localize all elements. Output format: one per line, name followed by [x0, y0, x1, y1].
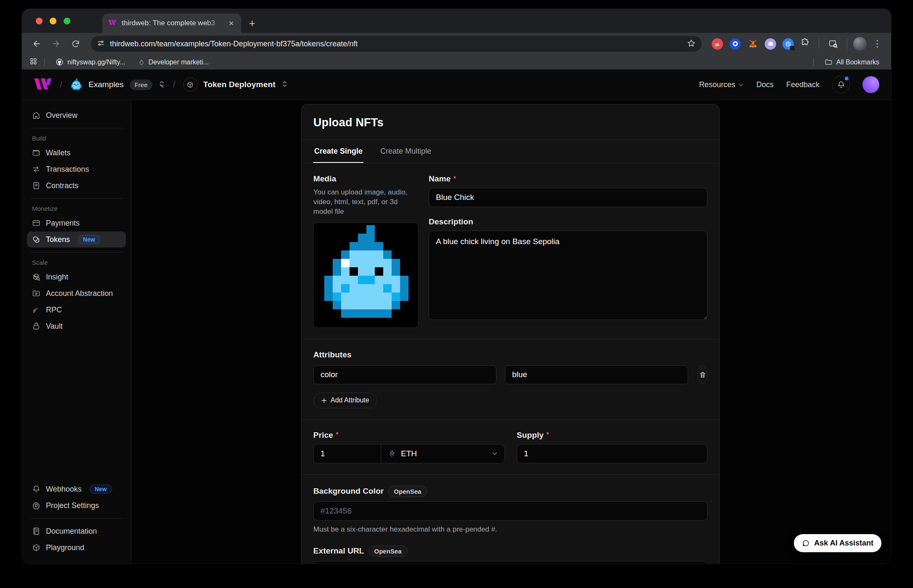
user-avatar[interactable] — [862, 76, 879, 93]
sidebar-item-label: Webhooks — [46, 485, 82, 494]
breadcrumb-separator: / — [173, 79, 175, 90]
docs-link[interactable]: Docs — [756, 80, 774, 89]
all-bookmarks-label: All Bookmarks — [836, 59, 879, 66]
bell-icon — [837, 81, 845, 89]
bookmark-item-niftyswap[interactable]: niftyswap.gg/Nifty... — [51, 57, 130, 67]
notifications-button[interactable] — [832, 76, 850, 93]
sidebar-item-transactions[interactable]: Transactions — [27, 161, 126, 177]
ask-ai-assistant-button[interactable]: Ask AI Assistant — [794, 534, 881, 552]
bookmark-label: Developer marketi... — [149, 59, 209, 66]
currency-select[interactable]: ETH — [381, 444, 505, 463]
description-textarea[interactable]: A blue chick living on Base Sepolia — [429, 231, 707, 320]
plan-badge: Free — [130, 80, 153, 90]
bookmarks-divider — [813, 59, 814, 66]
browser-profile-avatar[interactable] — [853, 37, 867, 51]
sidebar-item-tokens[interactable]: Tokens New — [27, 231, 126, 247]
bookmark-favicon — [138, 59, 145, 66]
name-label: Name — [429, 174, 451, 184]
project-name[interactable]: Token Deployment — [203, 80, 276, 89]
opensea-section: Background Color OpenSea Must be a six-c… — [302, 474, 719, 564]
webhooks-bell-icon — [32, 485, 40, 493]
bookmark-item-developer[interactable]: Developer marketi... — [134, 57, 213, 67]
url-text[interactable]: thirdweb.com/team/examples/Token-Deploym… — [110, 40, 682, 48]
traffic-light-maximize[interactable] — [64, 18, 70, 24]
price-input[interactable] — [314, 444, 381, 463]
nft-image-preview[interactable] — [313, 223, 419, 328]
tokens-icon — [32, 235, 40, 244]
sidebar-item-wallets[interactable]: Wallets — [27, 145, 126, 161]
sidebar-item-account-abstraction[interactable]: Account Abstraction — [27, 285, 126, 301]
sidebar-item-playground[interactable]: Playground — [27, 540, 126, 556]
upload-nfts-card: Upload NFTs Create Single Create Multipl… — [301, 104, 720, 564]
required-asterisk: * — [336, 431, 339, 439]
supply-input[interactable] — [517, 444, 707, 463]
sidebar-item-label: Project Settings — [46, 501, 99, 510]
extension-icon-blue-ring[interactable] — [729, 38, 741, 50]
browser-forward-icon[interactable] — [48, 36, 64, 52]
bookmarks-bar: niftyswap.gg/Nifty... Developer marketi.… — [22, 55, 891, 69]
new-tab-button[interactable]: + — [249, 18, 255, 29]
external-url-label: External URL — [313, 546, 364, 556]
sidebar-item-label: Vault — [46, 322, 63, 331]
divider — [30, 252, 123, 253]
team-name[interactable]: Examples — [88, 80, 123, 89]
bookmarks-divider — [44, 59, 45, 66]
contract-icon — [32, 181, 40, 190]
extension-icon-clock[interactable] — [782, 38, 794, 50]
background-color-input[interactable] — [313, 501, 707, 521]
home-icon — [32, 111, 40, 120]
browser-tab[interactable]: thirdweb: The complete web3 × — [102, 13, 241, 33]
bookmark-star-icon[interactable] — [687, 39, 696, 49]
app-header: / Examples Free / Token Deployment Resou… — [22, 69, 891, 100]
sidebar-item-project-settings[interactable]: Project Settings — [27, 498, 126, 514]
delete-attribute-button[interactable] — [697, 366, 707, 383]
chevron-down-icon — [738, 82, 744, 88]
add-attribute-button[interactable]: Add Attribute — [313, 393, 377, 408]
tab-close-icon[interactable]: × — [227, 18, 235, 28]
extension-icon-phantom[interactable] — [765, 38, 776, 50]
sidebar-item-payments[interactable]: Payments — [27, 215, 126, 231]
traffic-light-minimize[interactable] — [50, 18, 56, 24]
new-badge: New — [78, 235, 100, 244]
browser-back-icon[interactable] — [29, 36, 45, 52]
sidebar-item-contracts[interactable]: Contracts — [27, 178, 126, 194]
attribute-value-input[interactable] — [505, 365, 688, 384]
sidebar-item-vault[interactable]: Vault — [27, 318, 126, 334]
tab-create-single[interactable]: Create Single — [313, 140, 363, 163]
browser-reload-icon[interactable] — [67, 36, 83, 52]
all-bookmarks-button[interactable]: All Bookmarks — [820, 57, 884, 67]
extension-icon-metamask[interactable] — [747, 38, 758, 50]
apps-grid-icon[interactable] — [29, 57, 37, 67]
tab-create-multiple[interactable]: Create Multiple — [379, 140, 432, 163]
insight-icon — [32, 273, 40, 281]
toolbar-divider — [847, 39, 847, 49]
traffic-light-close[interactable] — [36, 18, 43, 24]
name-input[interactable] — [429, 188, 707, 207]
thirdweb-app: / Examples Free / Token Deployment Resou… — [22, 69, 891, 564]
url-bar[interactable]: thirdweb.com/team/examples/Token-Deploym… — [91, 36, 702, 52]
feedback-link[interactable]: Feedback — [786, 80, 820, 89]
sidebar-item-insight[interactable]: Insight — [27, 269, 126, 285]
attribute-key-input[interactable] — [313, 365, 497, 384]
sidebar-item-label: Payments — [46, 219, 80, 228]
extensions-puzzle-icon[interactable] — [800, 38, 810, 50]
sidebar-item-webhooks[interactable]: Webhooks New — [27, 481, 126, 497]
description-label: Description — [429, 217, 473, 226]
thirdweb-logo[interactable] — [34, 78, 52, 91]
sidebar-item-overview[interactable]: Overview — [27, 107, 126, 123]
sidebar-item-rpc[interactable]: RPC — [27, 302, 126, 318]
external-url-input[interactable] — [313, 561, 707, 564]
payments-icon — [32, 219, 40, 227]
team-switcher-chevrons-icon[interactable] — [158, 80, 165, 89]
project-switcher-chevrons-icon[interactable] — [281, 80, 288, 89]
extension-icon-red[interactable] — [712, 38, 723, 50]
tab-search-icon[interactable] — [825, 36, 841, 52]
sidebar-item-label: Overview — [46, 111, 77, 120]
main-content: Upload NFTs Create Single Create Multipl… — [131, 100, 891, 564]
resources-menu[interactable]: Resources — [699, 80, 744, 89]
sidebar: Overview Build Wallets Transactions Co — [22, 100, 131, 564]
sidebar-item-documentation[interactable]: Documentation — [27, 523, 126, 539]
browser-menu-icon[interactable]: ⋮ — [870, 38, 884, 49]
new-badge: New — [90, 484, 112, 494]
site-info-icon[interactable] — [97, 39, 105, 49]
